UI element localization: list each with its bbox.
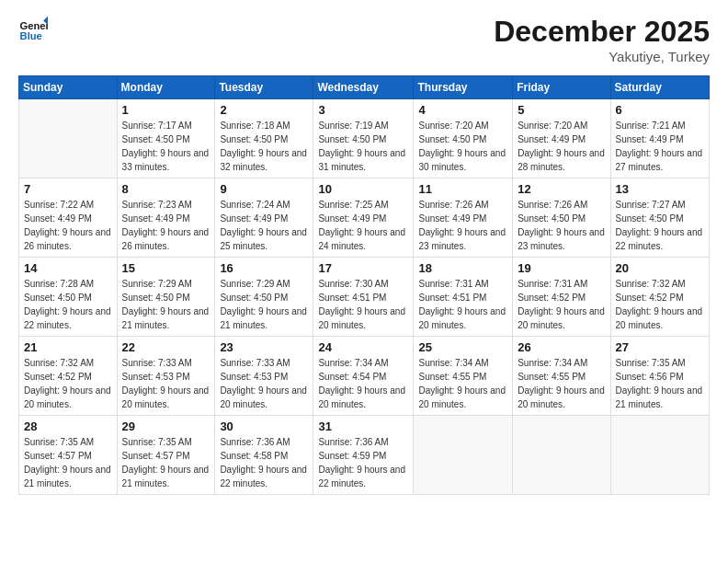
day-info: Sunrise: 7:19 AMSunset: 4:50 PMDaylight:… <box>318 119 408 174</box>
calendar-cell: 26Sunrise: 7:34 AMSunset: 4:55 PMDayligh… <box>513 337 610 416</box>
weekday-header-sunday: Sunday <box>19 76 118 99</box>
day-info: Sunrise: 7:26 AMSunset: 4:49 PMDaylight:… <box>418 198 507 253</box>
day-number: 14 <box>24 261 112 275</box>
calendar-cell: 3Sunrise: 7:19 AMSunset: 4:50 PMDaylight… <box>313 99 414 178</box>
weekday-header-wednesday: Wednesday <box>313 76 414 99</box>
calendar-cell: 6Sunrise: 7:21 AMSunset: 4:49 PMDaylight… <box>610 99 709 178</box>
calendar-cell: 27Sunrise: 7:35 AMSunset: 4:56 PMDayligh… <box>610 337 709 416</box>
svg-text:General: General <box>20 20 48 31</box>
calendar-cell: 18Sunrise: 7:31 AMSunset: 4:51 PMDayligh… <box>414 258 513 337</box>
day-info: Sunrise: 7:21 AMSunset: 4:49 PMDaylight:… <box>616 119 704 174</box>
day-number: 21 <box>24 340 112 354</box>
day-info: Sunrise: 7:33 AMSunset: 4:53 PMDaylight:… <box>122 356 210 411</box>
calendar-cell: 25Sunrise: 7:34 AMSunset: 4:55 PMDayligh… <box>414 337 513 416</box>
day-number: 10 <box>318 182 408 196</box>
day-number: 15 <box>122 261 210 275</box>
calendar-cell: 15Sunrise: 7:29 AMSunset: 4:50 PMDayligh… <box>117 258 215 337</box>
calendar-cell: 23Sunrise: 7:33 AMSunset: 4:53 PMDayligh… <box>215 337 313 416</box>
calendar-cell: 7Sunrise: 7:22 AMSunset: 4:49 PMDaylight… <box>19 178 118 258</box>
day-info: Sunrise: 7:27 AMSunset: 4:50 PMDaylight:… <box>616 198 704 253</box>
day-number: 5 <box>518 103 605 117</box>
calendar-cell: 1Sunrise: 7:17 AMSunset: 4:50 PMDaylight… <box>117 99 215 178</box>
day-info: Sunrise: 7:26 AMSunset: 4:50 PMDaylight:… <box>518 198 605 253</box>
day-info: Sunrise: 7:23 AMSunset: 4:49 PMDaylight:… <box>122 198 210 253</box>
calendar-cell: 14Sunrise: 7:28 AMSunset: 4:50 PMDayligh… <box>19 258 118 337</box>
day-info: Sunrise: 7:28 AMSunset: 4:50 PMDaylight:… <box>24 277 112 332</box>
calendar-cell <box>414 416 513 495</box>
title-block: December 2025 Yakutiye, Turkey <box>494 15 710 64</box>
month-title: December 2025 <box>494 15 710 49</box>
day-info: Sunrise: 7:35 AMSunset: 4:57 PMDaylight:… <box>24 435 112 490</box>
day-number: 2 <box>220 103 308 117</box>
weekday-header-thursday: Thursday <box>414 76 513 99</box>
location-subtitle: Yakutiye, Turkey <box>494 49 710 64</box>
day-info: Sunrise: 7:25 AMSunset: 4:49 PMDaylight:… <box>318 198 408 253</box>
day-info: Sunrise: 7:24 AMSunset: 4:49 PMDaylight:… <box>220 198 308 253</box>
day-number: 20 <box>616 261 704 275</box>
day-number: 25 <box>418 340 507 354</box>
calendar-cell: 31Sunrise: 7:36 AMSunset: 4:59 PMDayligh… <box>313 416 414 495</box>
calendar-cell: 13Sunrise: 7:27 AMSunset: 4:50 PMDayligh… <box>610 178 709 258</box>
calendar-cell <box>19 99 118 178</box>
calendar-cell: 30Sunrise: 7:36 AMSunset: 4:58 PMDayligh… <box>215 416 313 495</box>
svg-text:Blue: Blue <box>20 30 42 41</box>
day-number: 18 <box>418 261 507 275</box>
calendar-cell: 10Sunrise: 7:25 AMSunset: 4:49 PMDayligh… <box>313 178 414 258</box>
calendar-cell: 19Sunrise: 7:31 AMSunset: 4:52 PMDayligh… <box>513 258 610 337</box>
day-number: 4 <box>418 103 507 117</box>
calendar-cell: 8Sunrise: 7:23 AMSunset: 4:49 PMDaylight… <box>117 178 215 258</box>
day-number: 8 <box>122 182 210 196</box>
calendar-cell: 9Sunrise: 7:24 AMSunset: 4:49 PMDaylight… <box>215 178 313 258</box>
weekday-header-monday: Monday <box>117 76 215 99</box>
day-number: 19 <box>518 261 605 275</box>
day-number: 30 <box>220 419 308 433</box>
calendar-cell: 16Sunrise: 7:29 AMSunset: 4:50 PMDayligh… <box>215 258 313 337</box>
calendar-cell: 17Sunrise: 7:30 AMSunset: 4:51 PMDayligh… <box>313 258 414 337</box>
calendar-cell: 24Sunrise: 7:34 AMSunset: 4:54 PMDayligh… <box>313 337 414 416</box>
day-number: 12 <box>518 182 605 196</box>
day-info: Sunrise: 7:20 AMSunset: 4:50 PMDaylight:… <box>418 119 507 174</box>
calendar-cell <box>513 416 610 495</box>
day-number: 3 <box>318 103 408 117</box>
day-number: 6 <box>616 103 704 117</box>
day-number: 13 <box>616 182 704 196</box>
day-info: Sunrise: 7:17 AMSunset: 4:50 PMDaylight:… <box>122 119 210 174</box>
day-info: Sunrise: 7:36 AMSunset: 4:59 PMDaylight:… <box>318 435 408 490</box>
logo: General Blue <box>18 15 48 44</box>
day-info: Sunrise: 7:33 AMSunset: 4:53 PMDaylight:… <box>220 356 308 411</box>
day-number: 11 <box>418 182 507 196</box>
calendar-cell: 5Sunrise: 7:20 AMSunset: 4:49 PMDaylight… <box>513 99 610 178</box>
calendar-cell: 28Sunrise: 7:35 AMSunset: 4:57 PMDayligh… <box>19 416 118 495</box>
calendar-cell: 2Sunrise: 7:18 AMSunset: 4:50 PMDaylight… <box>215 99 313 178</box>
day-number: 29 <box>122 419 210 433</box>
day-number: 31 <box>318 419 408 433</box>
day-info: Sunrise: 7:29 AMSunset: 4:50 PMDaylight:… <box>220 277 308 332</box>
calendar-cell: 11Sunrise: 7:26 AMSunset: 4:49 PMDayligh… <box>414 178 513 258</box>
day-info: Sunrise: 7:34 AMSunset: 4:55 PMDaylight:… <box>418 356 507 411</box>
day-info: Sunrise: 7:35 AMSunset: 4:56 PMDaylight:… <box>616 356 704 411</box>
day-number: 7 <box>24 182 112 196</box>
day-number: 27 <box>616 340 704 354</box>
day-info: Sunrise: 7:31 AMSunset: 4:51 PMDaylight:… <box>418 277 507 332</box>
calendar-cell: 4Sunrise: 7:20 AMSunset: 4:50 PMDaylight… <box>414 99 513 178</box>
day-number: 16 <box>220 261 308 275</box>
day-number: 1 <box>122 103 210 117</box>
day-info: Sunrise: 7:34 AMSunset: 4:55 PMDaylight:… <box>518 356 605 411</box>
day-info: Sunrise: 7:32 AMSunset: 4:52 PMDaylight:… <box>24 356 112 411</box>
day-info: Sunrise: 7:34 AMSunset: 4:54 PMDaylight:… <box>318 356 408 411</box>
day-info: Sunrise: 7:35 AMSunset: 4:57 PMDaylight:… <box>122 435 210 490</box>
day-number: 23 <box>220 340 308 354</box>
calendar-table: SundayMondayTuesdayWednesdayThursdayFrid… <box>18 75 710 495</box>
calendar-cell: 12Sunrise: 7:26 AMSunset: 4:50 PMDayligh… <box>513 178 610 258</box>
header: General Blue December 2025 Yakutiye, Tur… <box>18 15 710 64</box>
day-info: Sunrise: 7:18 AMSunset: 4:50 PMDaylight:… <box>220 119 308 174</box>
calendar-cell: 21Sunrise: 7:32 AMSunset: 4:52 PMDayligh… <box>19 337 118 416</box>
day-number: 22 <box>122 340 210 354</box>
day-number: 24 <box>318 340 408 354</box>
day-info: Sunrise: 7:22 AMSunset: 4:49 PMDaylight:… <box>24 198 112 253</box>
day-info: Sunrise: 7:29 AMSunset: 4:50 PMDaylight:… <box>122 277 210 332</box>
calendar-page: General Blue December 2025 Yakutiye, Tur… <box>0 0 728 563</box>
calendar-cell: 20Sunrise: 7:32 AMSunset: 4:52 PMDayligh… <box>610 258 709 337</box>
day-number: 17 <box>318 261 408 275</box>
day-number: 26 <box>518 340 605 354</box>
